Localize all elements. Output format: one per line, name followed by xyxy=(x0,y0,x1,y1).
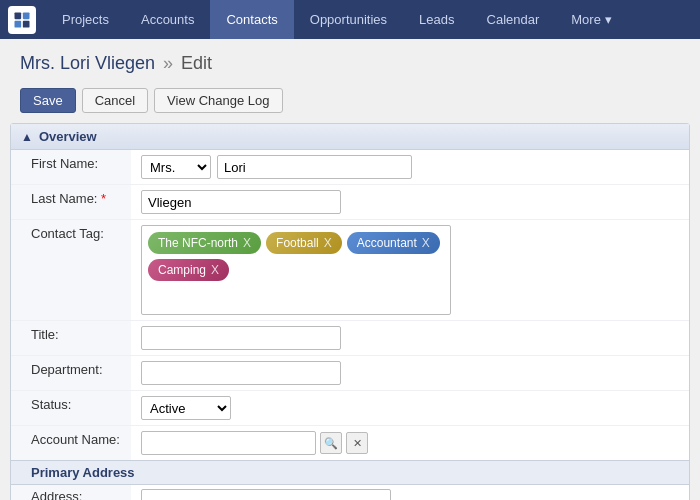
contact-tag-label: Contact Tag: xyxy=(11,220,131,321)
department-row: Department: xyxy=(11,356,689,391)
department-label: Department: xyxy=(11,356,131,391)
account-select-button[interactable]: 🔍 xyxy=(320,432,342,454)
nav-item-calendar[interactable]: Calendar xyxy=(471,0,556,39)
tag-football-remove[interactable]: X xyxy=(324,236,332,250)
department-value-cell xyxy=(131,356,689,391)
contact-tag-value-cell: The NFC-north X Football X Accountant X … xyxy=(131,220,689,321)
nav-item-projects[interactable]: Projects xyxy=(46,0,125,39)
address-label: Address: xyxy=(11,485,131,500)
primary-address-header: Primary Address xyxy=(11,460,689,485)
address-value-cell xyxy=(131,485,401,500)
address-input[interactable] xyxy=(141,489,391,500)
tag-accountant: Accountant X xyxy=(347,232,440,254)
app-logo[interactable] xyxy=(8,6,36,34)
required-indicator: * xyxy=(101,191,106,206)
tag-camping-label: Camping xyxy=(158,263,206,277)
status-label: Status: xyxy=(11,391,131,426)
svg-rect-1 xyxy=(23,12,30,19)
tag-football-label: Football xyxy=(276,236,319,250)
tag-nfc-north-label: The NFC-north xyxy=(158,236,238,250)
status-value-cell: Active Inactive xyxy=(131,391,689,426)
action-bar: Save Cancel View Change Log xyxy=(0,84,700,123)
panel-collapse-icon[interactable]: ▲ xyxy=(21,130,33,144)
tag-accountant-remove[interactable]: X xyxy=(422,236,430,250)
more-dropdown-icon: ▾ xyxy=(605,12,612,27)
title-label: Title: xyxy=(11,321,131,356)
tag-nfc-north-remove[interactable]: X xyxy=(243,236,251,250)
panel-title: Overview xyxy=(39,129,97,144)
nav-item-contacts[interactable]: Contacts xyxy=(210,0,293,39)
tags-container[interactable]: The NFC-north X Football X Accountant X … xyxy=(141,225,451,315)
title-value-cell xyxy=(131,321,689,356)
svg-rect-0 xyxy=(15,12,22,19)
contact-tag-row: Contact Tag: The NFC-north X Football X … xyxy=(11,220,689,321)
save-button[interactable]: Save xyxy=(20,88,76,113)
overview-panel: ▲ Overview First Name: Mrs. Mr. Ms. Dr. … xyxy=(10,123,690,500)
last-name-input[interactable] xyxy=(141,190,341,214)
navbar: Projects Accounts Contacts Opportunities… xyxy=(0,0,700,39)
tag-accountant-label: Accountant xyxy=(357,236,417,250)
first-name-row: First Name: Mrs. Mr. Ms. Dr. Prof. xyxy=(11,150,689,185)
last-name-label: Last Name: * xyxy=(11,185,131,220)
last-name-value-cell xyxy=(131,185,689,220)
status-row: Status: Active Inactive xyxy=(11,391,689,426)
first-name-label: First Name: xyxy=(11,150,131,185)
breadcrumb-separator: » xyxy=(163,53,173,74)
department-input[interactable] xyxy=(141,361,341,385)
account-name-value-cell: 🔍 ✕ xyxy=(131,426,689,461)
title-row: Title: xyxy=(11,321,689,356)
svg-rect-2 xyxy=(15,20,22,27)
cancel-button[interactable]: Cancel xyxy=(82,88,148,113)
salutation-select[interactable]: Mrs. Mr. Ms. Dr. Prof. xyxy=(141,155,211,179)
address-row: Address: xyxy=(11,485,689,500)
breadcrumb-record-name[interactable]: Mrs. Lori Vliegen xyxy=(20,53,155,74)
account-clear-button[interactable]: ✕ xyxy=(346,432,368,454)
more-label: More xyxy=(571,12,601,27)
first-name-input[interactable] xyxy=(217,155,412,179)
panel-header: ▲ Overview xyxy=(11,124,689,150)
svg-rect-3 xyxy=(23,20,30,27)
tag-camping: Camping X xyxy=(148,259,229,281)
account-name-label: Account Name: xyxy=(11,426,131,461)
tag-nfc-north: The NFC-north X xyxy=(148,232,261,254)
nav-item-accounts[interactable]: Accounts xyxy=(125,0,210,39)
nav-item-opportunities[interactable]: Opportunities xyxy=(294,0,403,39)
last-name-row: Last Name: * xyxy=(11,185,689,220)
status-select[interactable]: Active Inactive xyxy=(141,396,231,420)
account-name-row: Account Name: 🔍 ✕ xyxy=(11,426,689,461)
first-name-value-cell: Mrs. Mr. Ms. Dr. Prof. xyxy=(131,150,689,185)
tag-football: Football X xyxy=(266,232,342,254)
form-table: First Name: Mrs. Mr. Ms. Dr. Prof. Last … xyxy=(11,150,689,460)
account-name-input[interactable] xyxy=(141,431,316,455)
nav-items: Projects Accounts Contacts Opportunities… xyxy=(46,0,628,39)
breadcrumb: Mrs. Lori Vliegen » Edit xyxy=(0,39,700,84)
view-change-log-button[interactable]: View Change Log xyxy=(154,88,282,113)
tag-camping-remove[interactable]: X xyxy=(211,263,219,277)
nav-item-more[interactable]: More ▾ xyxy=(555,0,628,39)
title-input[interactable] xyxy=(141,326,341,350)
nav-item-leads[interactable]: Leads xyxy=(403,0,470,39)
breadcrumb-page: Edit xyxy=(181,53,212,74)
